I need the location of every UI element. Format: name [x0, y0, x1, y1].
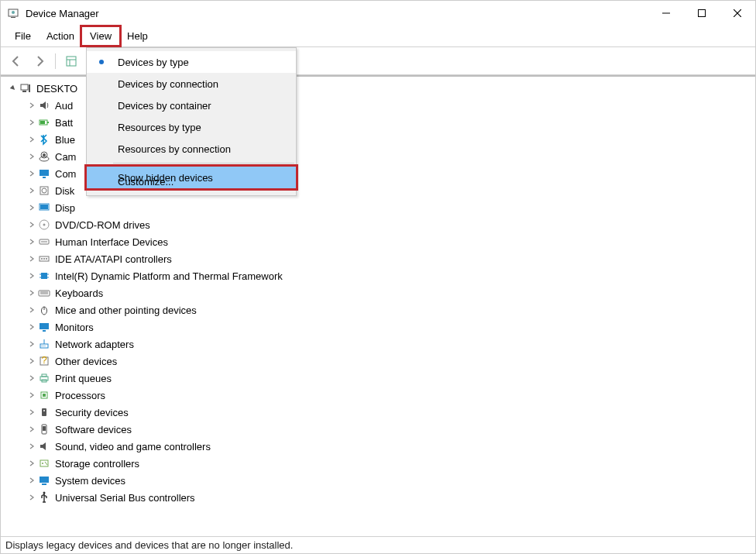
- expand-icon[interactable]: [27, 186, 36, 195]
- svg-rect-19: [40, 170, 49, 176]
- expand-icon[interactable]: [27, 425, 36, 434]
- menu-item-resources-by-connection[interactable]: Resources by connection: [87, 138, 296, 160]
- tree-node-label: IDE ATA/ATAPI controllers: [55, 253, 172, 265]
- tree-node[interactable]: Processors: [5, 387, 755, 404]
- expand-icon[interactable]: [27, 322, 36, 332]
- expand-icon[interactable]: [27, 237, 36, 246]
- menu-action[interactable]: Action: [39, 27, 82, 45]
- expand-icon[interactable]: [27, 152, 36, 161]
- window-title: Device Manager: [26, 8, 99, 19]
- menu-file[interactable]: File: [7, 27, 39, 45]
- tree-node-label: Disp: [55, 202, 75, 214]
- tree-node-label: Other devices: [55, 356, 117, 367]
- tree-node[interactable]: System devices: [5, 472, 755, 489]
- disk-icon: [38, 184, 50, 197]
- tree-node-label: Processors: [55, 390, 105, 401]
- collapse-icon[interactable]: [9, 84, 18, 93]
- app-icon: [7, 7, 19, 19]
- tree-node[interactable]: ?Other devices: [5, 353, 755, 370]
- expand-icon[interactable]: [27, 135, 36, 144]
- menu-item-label: Resources by type: [118, 122, 201, 133]
- menu-item-label: Resources by connection: [118, 143, 231, 155]
- tree-node[interactable]: DVD/CD-ROM drives: [5, 216, 755, 233]
- forward-button[interactable]: [29, 50, 50, 72]
- tree-node[interactable]: Print queues: [5, 370, 755, 387]
- svg-rect-24: [40, 205, 48, 209]
- maximize-button[interactable]: [684, 1, 720, 26]
- tree-node[interactable]: Mice and other pointing devices: [5, 301, 755, 318]
- svg-rect-59: [43, 426, 46, 431]
- close-button[interactable]: [720, 1, 755, 26]
- menu-bar: File Action View Help: [1, 26, 755, 47]
- menu-item-resources-by-type[interactable]: Resources by type: [87, 116, 296, 138]
- tree-node-label: Aud: [55, 100, 73, 112]
- expand-icon[interactable]: [27, 169, 36, 178]
- tree-node-label: Security devices: [55, 407, 129, 418]
- monitor-icon: [38, 167, 50, 180]
- dvd-icon: [38, 219, 50, 231]
- svg-rect-55: [43, 394, 46, 397]
- expand-icon[interactable]: [27, 391, 36, 400]
- minimize-button[interactable]: [648, 1, 684, 26]
- svg-point-26: [43, 224, 46, 226]
- tree-node-label: Storage controllers: [55, 458, 139, 470]
- tree-node[interactable]: Disp: [5, 199, 755, 216]
- menu-item-customize[interactable]: Customize...: [87, 170, 296, 192]
- mouse-icon: [38, 304, 50, 316]
- back-button[interactable]: [5, 50, 27, 72]
- tree-node[interactable]: IDE ATA/ATAPI controllers: [5, 250, 755, 267]
- tree-node[interactable]: Sound, video and game controllers: [5, 438, 755, 455]
- menu-item-devices-by-connection[interactable]: Devices by connection: [87, 73, 296, 95]
- expand-icon[interactable]: [27, 220, 36, 229]
- tree-node[interactable]: Keyboards: [5, 284, 755, 301]
- svg-point-30: [41, 258, 43, 260]
- svg-rect-52: [42, 374, 46, 377]
- expand-icon[interactable]: [27, 459, 36, 468]
- expand-icon[interactable]: [27, 305, 36, 315]
- svg-rect-43: [40, 323, 49, 329]
- svg-rect-20: [43, 177, 46, 178]
- monitor-icon: [38, 321, 50, 333]
- tree-node-label: Keyboards: [55, 287, 103, 299]
- battery-icon: [38, 116, 50, 129]
- expand-icon[interactable]: [27, 356, 36, 366]
- tree-node[interactable]: Intel(R) Dynamic Platform and Thermal Fr…: [5, 267, 755, 284]
- menu-item-devices-by-container[interactable]: Devices by container: [87, 95, 296, 116]
- menu-item-devices-by-type[interactable]: Devices by type: [87, 51, 296, 73]
- show-hide-tree-button[interactable]: [60, 50, 82, 72]
- tree-node[interactable]: Security devices: [5, 404, 755, 421]
- usb-icon: [38, 491, 50, 504]
- tree-node-label: Print queues: [55, 373, 112, 384]
- svg-rect-62: [40, 477, 49, 483]
- tree-node-label: Batt: [55, 117, 73, 129]
- expand-icon[interactable]: [27, 373, 36, 383]
- expand-icon[interactable]: [27, 408, 36, 417]
- expand-icon[interactable]: [27, 493, 36, 502]
- svg-rect-33: [41, 273, 47, 279]
- expand-icon[interactable]: [27, 101, 36, 110]
- expand-icon[interactable]: [27, 288, 36, 298]
- expand-icon[interactable]: [27, 442, 36, 451]
- menu-view[interactable]: View: [82, 27, 119, 45]
- tree-node[interactable]: Human Interface Devices: [5, 233, 755, 250]
- view-menu-dropdown: Devices by type Devices by connection De…: [86, 47, 297, 196]
- tree-node[interactable]: Software devices: [5, 421, 755, 438]
- expand-icon[interactable]: [27, 339, 36, 349]
- tree-node-label: System devices: [55, 475, 125, 487]
- security-icon: [38, 406, 50, 418]
- expand-icon[interactable]: [27, 476, 36, 485]
- expand-icon[interactable]: [27, 254, 36, 263]
- tree-node-label: Mice and other pointing devices: [55, 305, 197, 316]
- tree-node[interactable]: Monitors: [5, 318, 755, 335]
- tree-node-label: Cam: [55, 151, 76, 163]
- storage-icon: [38, 457, 50, 470]
- expand-icon[interactable]: [27, 203, 36, 212]
- expand-icon[interactable]: [27, 271, 36, 280]
- tree-node[interactable]: Network adapters: [5, 335, 755, 353]
- expand-icon[interactable]: [27, 118, 36, 127]
- svg-rect-56: [42, 408, 46, 416]
- menu-help[interactable]: Help: [119, 27, 156, 45]
- title-bar: Device Manager: [1, 1, 755, 26]
- tree-node[interactable]: Universal Serial Bus controllers: [5, 489, 755, 506]
- tree-node[interactable]: Storage controllers: [5, 455, 755, 472]
